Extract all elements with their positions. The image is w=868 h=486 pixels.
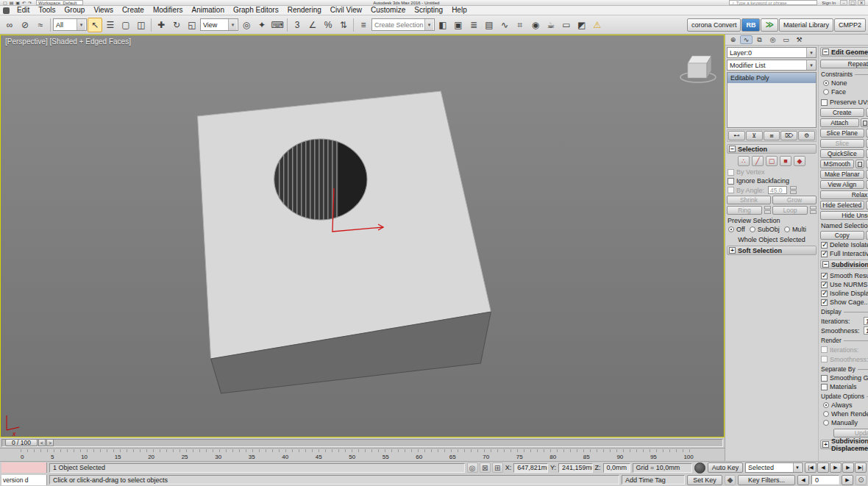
edit-geometry-button[interactable]: X Y Z <box>866 170 868 179</box>
isolate-selection-icon[interactable]: ◎ <box>467 462 478 473</box>
maxscript-macro-recorder[interactable] <box>1 462 47 473</box>
delete-isolated-checkbox[interactable]: Delete Isolated Vertices <box>821 241 868 249</box>
edit-geometry-button[interactable]: Relax <box>820 190 868 199</box>
time-slider-track[interactable]: 0 / 100 < > <box>1 439 723 447</box>
smoothing-groups-checkbox[interactable]: Smoothing Groups <box>821 374 868 382</box>
settings-button[interactable] <box>861 118 868 127</box>
app-menu-icon[interactable] <box>3 7 10 14</box>
display-iterations-field[interactable]: 1 <box>864 317 868 325</box>
border-mode-icon[interactable]: ▢ <box>766 156 778 166</box>
subdivision-surface-rollout-header[interactable]: Subdivision Surface <box>820 260 868 269</box>
set-keys-button[interactable] <box>694 462 705 474</box>
modify-tab[interactable]: ∿ <box>740 35 753 44</box>
go-to-end-icon[interactable]: ▶| <box>855 462 867 473</box>
spinner-snap-icon[interactable]: ⇅ <box>336 18 351 32</box>
window-control-button[interactable]: – <box>840 0 847 5</box>
display-tab[interactable]: ▭ <box>780 35 792 44</box>
material-editor-icon[interactable]: ◉ <box>528 18 543 32</box>
redo-icon[interactable]: ↷ <box>28 0 32 6</box>
motion-tab[interactable]: ◎ <box>766 35 779 44</box>
make-unique-icon[interactable]: ⧈ <box>764 131 780 140</box>
full-interactivity-checkbox[interactable]: Full Interactivity <box>821 250 868 257</box>
edit-geometry-button[interactable]: Hide Selected <box>820 201 864 210</box>
edit-geometry-button[interactable]: Make Planar <box>820 170 864 179</box>
previous-key-icon[interactable]: ◀ <box>797 475 809 485</box>
by-angle-checkbox[interactable]: By Angle: 45,0 <box>728 186 816 194</box>
box-object[interactable] <box>198 91 491 393</box>
angle-snap-icon[interactable]: ∠ <box>305 18 320 32</box>
save-file-icon[interactable]: ▣ <box>15 0 20 6</box>
use-nurms-checkbox[interactable]: Use NURMS Subdivision <box>821 281 868 288</box>
snap-toggle-icon[interactable]: 3 <box>290 18 305 32</box>
selection-filter-dropdown[interactable]: All <box>53 18 87 31</box>
next-key-icon[interactable]: ▶ <box>842 475 853 485</box>
edit-geometry-button[interactable]: Create <box>820 108 864 117</box>
select-by-name-icon[interactable]: ☰ <box>103 18 118 32</box>
isoline-display-checkbox[interactable]: Isoline Display <box>821 290 868 297</box>
menu-item[interactable]: Rendering <box>283 6 326 15</box>
selection-lock-icon[interactable]: ⊠ <box>480 462 491 473</box>
loop-button[interactable]: Loop <box>772 206 808 215</box>
modifier-stack[interactable]: Editable Poly <box>727 72 817 128</box>
menu-item[interactable]: Customize <box>366 6 410 15</box>
key-filter-dropdown[interactable]: Selected <box>745 462 803 473</box>
auto-key-button[interactable]: Auto Key <box>708 462 743 473</box>
update-button[interactable]: Update <box>833 429 868 437</box>
key-filters-button[interactable]: Key Filters... <box>738 475 795 485</box>
update-option-radio[interactable]: When Rendering <box>823 410 868 418</box>
preview-selection-radio[interactable]: Off <box>728 226 745 233</box>
menu-item[interactable]: Help <box>447 6 472 15</box>
green-arrows-button[interactable]: ≫ <box>761 18 778 32</box>
vertex-mode-icon[interactable]: ∴ <box>738 156 750 166</box>
polygon-mode-icon[interactable]: ■ <box>780 156 791 166</box>
show-cage-checkbox[interactable]: Show Cage...... <box>821 299 868 306</box>
search-input[interactable]: ⌕Type a keyword or phrase <box>729 0 817 5</box>
rectangular-selection-icon[interactable]: ▢ <box>118 18 133 32</box>
menu-item[interactable]: Views <box>89 6 118 15</box>
edit-geometry-button[interactable]: Split <box>866 129 868 137</box>
select-and-scale-icon[interactable]: ◱ <box>185 18 199 32</box>
window-control-button[interactable]: ✕ <box>858 0 865 5</box>
constraint-radio[interactable]: Edge <box>865 79 868 87</box>
utilities-tab[interactable]: ⚒ <box>793 35 805 44</box>
preview-selection-radio[interactable]: Multi <box>784 226 806 233</box>
edit-geometry-rollout-header[interactable]: Edit Geometry <box>820 47 868 57</box>
workspace-dropdown[interactable]: Workspace: Default <box>36 0 83 5</box>
edit-geometry-button[interactable]: MSmooth <box>820 160 854 168</box>
constraint-radio[interactable]: Normal <box>865 88 868 96</box>
maxscript-listener-line[interactable]: version d <box>1 475 47 485</box>
rendered-frame-icon[interactable]: ▭ <box>559 18 574 32</box>
grow-button[interactable]: Grow <box>772 196 817 204</box>
edit-geometry-button[interactable]: Cut <box>866 149 868 158</box>
select-and-rotate-icon[interactable]: ↻ <box>169 18 184 32</box>
percent-snap-icon[interactable]: % <box>321 18 335 32</box>
selection-rollout-header[interactable]: Selection <box>727 144 817 154</box>
edit-geometry-button[interactable]: Tessellate <box>866 160 868 168</box>
edit-geometry-button[interactable]: Slice <box>820 139 864 148</box>
show-end-result-icon[interactable]: ⊻ <box>746 131 763 140</box>
hierarchy-tab[interactable]: ⧉ <box>753 35 766 44</box>
new-scene-icon[interactable]: ▢ <box>3 0 7 6</box>
edit-geometry-button[interactable]: QuickSlice <box>820 149 864 158</box>
menu-item[interactable]: Tools <box>34 6 60 15</box>
next-frame-icon[interactable]: ▶ <box>842 462 854 473</box>
materials-checkbox[interactable]: Materials <box>821 383 868 390</box>
y-coordinate-field[interactable]: 241,159mm <box>558 463 593 473</box>
next-frame-button[interactable]: > <box>46 439 54 446</box>
menu-item[interactable]: Modifiers <box>149 6 188 15</box>
track-bar[interactable]: 0510152025303540455055606570758085909510… <box>0 448 725 461</box>
edit-named-selection-sets-icon[interactable]: ≡ <box>356 18 371 32</box>
x-coordinate-field[interactable]: 647,821mm <box>513 463 548 473</box>
paste-button[interactable]: Paste <box>866 231 868 240</box>
render-setup-icon[interactable]: ☕ <box>544 18 558 32</box>
edit-geometry-button[interactable]: Unhide All <box>866 201 868 210</box>
settings-button[interactable] <box>855 160 864 168</box>
bind-to-space-warp-icon[interactable]: ≈ <box>33 18 48 32</box>
viewport-scene[interactable]: x <box>1 35 724 437</box>
select-and-move-icon[interactable]: ✚ <box>154 18 168 32</box>
menu-item[interactable]: Create <box>118 6 149 15</box>
menu-item[interactable]: Edit <box>13 6 34 15</box>
mirror-icon[interactable]: ◧ <box>435 18 450 32</box>
edit-geometry-button[interactable]: Hide Unselected <box>820 211 868 220</box>
key-mode-toggle-icon[interactable]: ◆ <box>725 475 736 485</box>
